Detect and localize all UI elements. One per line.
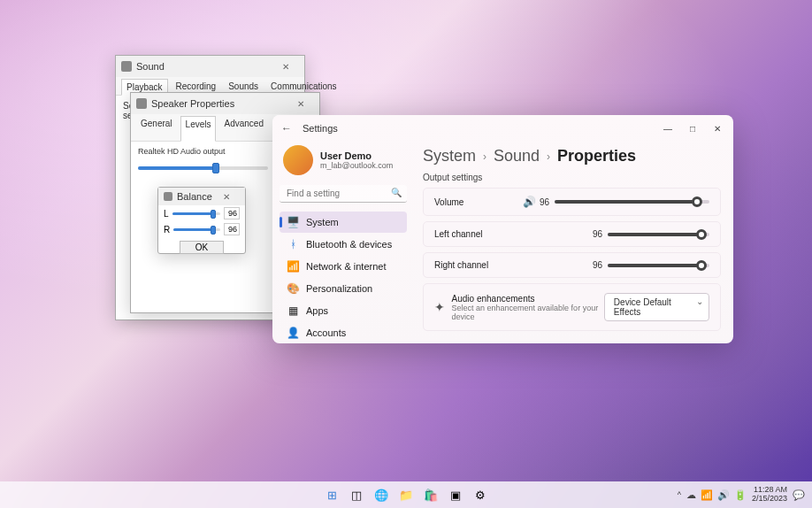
- sound-title: Sound: [136, 61, 165, 72]
- sidebar-item-bluetooth[interactable]: ᚼ Bluetooth & devices: [280, 234, 407, 255]
- ok-button[interactable]: OK: [180, 241, 224, 254]
- left-label: Left channel: [434, 229, 523, 239]
- wifi-icon[interactable]: 📶: [701, 489, 713, 501]
- app-icon[interactable]: ⚙: [471, 485, 490, 504]
- balance-title: Balance: [177, 191, 212, 202]
- tab-advanced[interactable]: Advanced: [219, 116, 267, 141]
- enhance-subtitle: Select an enhancement available for your…: [452, 304, 604, 321]
- sparkle-icon: ✦: [434, 300, 452, 314]
- sidebar-item-label: Network & internet: [306, 261, 386, 272]
- sidebar-item-label: System: [306, 217, 339, 227]
- right-label: Right channel: [434, 260, 523, 270]
- section-heading: Output settings: [423, 173, 721, 182]
- close-icon[interactable]: ✕: [213, 189, 240, 204]
- volume-slider[interactable]: [555, 200, 709, 204]
- volume-icon[interactable]: 🔊: [717, 489, 730, 501]
- crumb-properties: Properties: [557, 147, 636, 165]
- tab-general[interactable]: General: [136, 116, 177, 141]
- clock[interactable]: 11:28 AM 2/15/2023: [752, 486, 787, 504]
- left-balance-slider[interactable]: [172, 212, 220, 215]
- settings-title: Settings: [303, 123, 338, 134]
- audio-enhancements-row: ✦ Audio enhancements Select an enhanceme…: [423, 283, 721, 331]
- right-value: 96: [593, 260, 602, 270]
- right-slider[interactable]: [608, 264, 709, 267]
- right-channel-label: R: [164, 225, 170, 235]
- edge-icon[interactable]: 🌐: [372, 485, 391, 504]
- balance-window: Balance ✕ L 96 R 96 OK: [157, 187, 246, 254]
- system-tray: ^ ☁ 📶 🔊 🔋 11:28 AM 2/15/2023 💬: [678, 486, 805, 504]
- sound-titlebar[interactable]: Sound ✕: [116, 56, 304, 77]
- close-icon[interactable]: ✕: [705, 119, 730, 138]
- back-arrow-icon[interactable]: ←: [281, 122, 299, 135]
- enhance-title: Audio enhancements: [452, 294, 604, 304]
- user-email: m_lab@outlook.com: [320, 161, 393, 170]
- speaker-icon: [136, 98, 147, 109]
- account-block[interactable]: User Demo m_lab@outlook.com: [280, 142, 407, 184]
- close-icon[interactable]: ✕: [272, 58, 299, 74]
- taskbar-center: ⊞ ◫ 🌐 📁 🛍️ ▣ ⚙: [322, 485, 490, 504]
- sidebar-item-label: Personalization: [306, 283, 372, 294]
- speaker-titlebar[interactable]: Speaker Properties ✕: [131, 93, 319, 114]
- output-slider[interactable]: [138, 166, 268, 170]
- start-button[interactable]: ⊞: [322, 485, 341, 504]
- avatar: [283, 145, 313, 175]
- sidebar-item-network[interactable]: 📶 Network & internet: [280, 256, 407, 277]
- battery-icon[interactable]: 🔋: [734, 489, 747, 501]
- user-name: User Demo: [320, 150, 393, 161]
- task-view-icon[interactable]: ◫: [347, 485, 366, 504]
- enhancement-dropdown[interactable]: Device Default Effects: [604, 293, 709, 321]
- search-icon: 🔍: [391, 188, 402, 197]
- bluetooth-icon: ᚼ: [287, 238, 299, 250]
- person-icon: 👤: [287, 327, 299, 339]
- maximize-icon[interactable]: □: [680, 119, 705, 138]
- brush-icon: 🎨: [287, 282, 299, 295]
- balance-titlebar[interactable]: Balance ✕: [158, 188, 245, 205]
- settings-titlebar[interactable]: ← Settings — □ ✕: [272, 115, 733, 142]
- chevron-up-icon[interactable]: ^: [678, 490, 681, 499]
- sidebar-item-label: Accounts: [306, 327, 346, 338]
- crumb-sound[interactable]: Sound: [494, 147, 540, 165]
- crumb-system[interactable]: System: [423, 147, 476, 165]
- explorer-icon[interactable]: 📁: [396, 485, 416, 504]
- volume-value: 96: [540, 197, 549, 207]
- right-balance-value[interactable]: 96: [224, 223, 240, 235]
- sidebar-item-system[interactable]: 🖥️ System: [280, 212, 407, 233]
- taskbar: ⊞ ◫ 🌐 📁 🛍️ ▣ ⚙ ^ ☁ 📶 🔊 🔋 11:28 AM 2/15/2…: [0, 481, 812, 508]
- breadcrumb: System › Sound › Properties: [423, 147, 721, 165]
- dropdown-value: Device Default Effects: [614, 297, 671, 317]
- close-icon[interactable]: ✕: [287, 96, 314, 112]
- speaker-icon[interactable]: 🔊: [523, 196, 536, 208]
- balance-icon: [164, 192, 172, 201]
- left-channel-row: Left channel 96: [423, 221, 721, 247]
- left-balance-value[interactable]: 96: [224, 207, 240, 219]
- sidebar-item-personalization[interactable]: 🎨 Personalization: [280, 278, 407, 299]
- settings-main: System › Sound › Properties Output setti…: [414, 142, 733, 343]
- sidebar-item-label: Apps: [306, 305, 328, 316]
- left-slider[interactable]: [608, 233, 709, 236]
- apps-icon: ▦: [287, 304, 299, 317]
- sidebar-item-label: Bluetooth & devices: [306, 239, 392, 250]
- date-text: 2/15/2023: [752, 495, 787, 504]
- sound-icon: [121, 61, 132, 72]
- volume-label: Volume: [434, 197, 523, 207]
- wifi-icon: 📶: [287, 260, 299, 273]
- right-balance-slider[interactable]: [173, 228, 220, 231]
- store-icon[interactable]: 🛍️: [421, 485, 440, 504]
- sidebar-item-accounts[interactable]: 👤 Accounts: [280, 322, 407, 343]
- settings-sidebar: User Demo m_lab@outlook.com 🔍 🖥️ System …: [272, 142, 414, 343]
- tab-levels[interactable]: Levels: [180, 116, 217, 142]
- terminal-icon[interactable]: ▣: [446, 485, 465, 504]
- chevron-right-icon: ›: [547, 150, 550, 163]
- left-value: 96: [593, 229, 602, 239]
- volume-row: Volume 🔊 96: [423, 188, 721, 216]
- monitor-icon: 🖥️: [287, 216, 299, 228]
- right-channel-row: Right channel 96: [423, 252, 721, 278]
- settings-window: ← Settings — □ ✕ User Demo m_lab@outlook…: [272, 115, 733, 343]
- search-input[interactable]: [280, 185, 407, 203]
- chevron-right-icon: ›: [483, 150, 486, 163]
- onedrive-icon[interactable]: ☁: [686, 489, 696, 501]
- sidebar-item-apps[interactable]: ▦ Apps: [280, 300, 407, 321]
- notifications-icon[interactable]: 💬: [793, 489, 805, 501]
- minimize-icon[interactable]: —: [655, 119, 680, 138]
- speaker-title: Speaker Properties: [151, 98, 234, 109]
